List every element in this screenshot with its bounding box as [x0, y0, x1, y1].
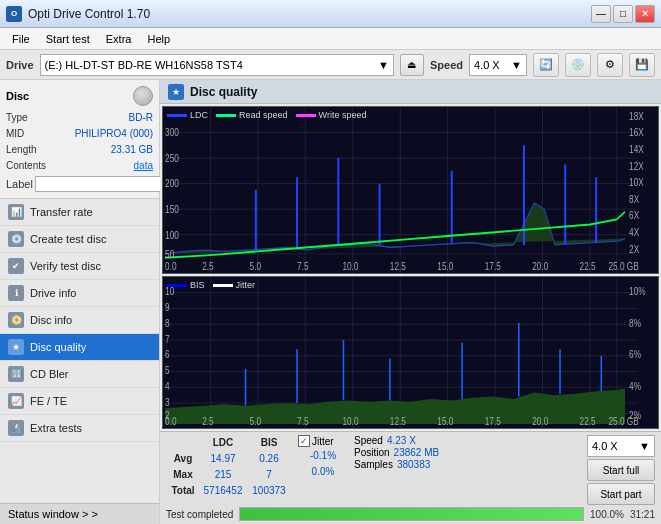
sidebar-item-disc-info[interactable]: 📀 Disc info: [0, 307, 159, 334]
drive-bar: Drive (E:) HL-DT-ST BD-RE WH16NS58 TST4 …: [0, 50, 661, 80]
svg-text:9: 9: [165, 301, 170, 313]
svg-text:10.0: 10.0: [342, 262, 358, 273]
menu-start-test[interactable]: Start test: [38, 31, 98, 47]
start-part-button[interactable]: Start part: [587, 483, 655, 505]
window-controls: — □ ✕: [591, 5, 655, 23]
svg-text:25.0 GB: 25.0 GB: [609, 262, 639, 273]
legend-jitter-label: Jitter: [236, 280, 256, 290]
sidebar-item-drive-info[interactable]: ℹ Drive info: [0, 280, 159, 307]
disc-quality-icon-header: ★: [168, 84, 184, 100]
svg-text:200: 200: [165, 179, 179, 190]
svg-text:5.0: 5.0: [250, 262, 261, 273]
disc-length-label: Length: [6, 142, 37, 158]
stats-avg-jitter: -0.1%: [298, 448, 348, 464]
svg-text:6X: 6X: [629, 211, 639, 222]
progress-row: Test completed 100.0% 31:21: [166, 507, 655, 521]
progress-percent: 100.0%: [590, 509, 624, 520]
svg-text:20.0: 20.0: [532, 262, 548, 273]
drive-select[interactable]: (E:) HL-DT-ST BD-RE WH16NS58 TST4 ▼: [40, 54, 394, 76]
bottom-bar: LDC BIS Avg 14.97 0.26 Max 215 7 Total 5…: [160, 431, 661, 524]
svg-text:10X: 10X: [629, 177, 644, 188]
progress-time: 31:21: [630, 509, 655, 520]
cd-bler-icon: 🔢: [8, 366, 24, 382]
svg-text:15.0: 15.0: [437, 262, 453, 273]
legend-write-speed: Write speed: [296, 110, 367, 120]
sidebar-item-fe-te[interactable]: 📈 FE / TE: [0, 388, 159, 415]
disc-label-input[interactable]: [35, 176, 164, 192]
disc-mid-value: PHILIPRO4 (000): [75, 126, 153, 142]
svg-text:8: 8: [165, 317, 170, 329]
speed-select[interactable]: 4.0 X ▼: [469, 54, 527, 76]
svg-text:5.0: 5.0: [250, 415, 261, 427]
disc-quality-icon: ★: [8, 339, 24, 355]
save-button[interactable]: 💾: [629, 53, 655, 77]
legend-ldc-label: LDC: [190, 110, 208, 120]
svg-text:6%: 6%: [629, 348, 641, 360]
charts-container: LDC Read speed Write speed: [160, 104, 661, 431]
stats-total-ldc: 5716452: [200, 483, 246, 499]
app-title: Opti Drive Control 1.70: [28, 7, 150, 21]
stats-ldc-header: LDC: [200, 435, 246, 451]
title-bar: O Opti Drive Control 1.70 — □ ✕: [0, 0, 661, 28]
svg-text:20.0: 20.0: [532, 415, 548, 427]
disc-section-title: Disc: [6, 90, 29, 102]
svg-text:7.5: 7.5: [297, 415, 308, 427]
svg-text:25.0 GB: 25.0 GB: [609, 415, 639, 427]
sidebar-item-verify-test-disc[interactable]: ✔ Verify test disc: [0, 253, 159, 280]
disc-button[interactable]: 💿: [565, 53, 591, 77]
drive-info-icon: ℹ: [8, 285, 24, 301]
close-button[interactable]: ✕: [635, 5, 655, 23]
drive-label: Drive: [6, 59, 34, 71]
status-window-toggle[interactable]: Status window > >: [0, 503, 159, 524]
chart1-svg: 300 250 200 150 100 50 18X 16X 14X 12X 1…: [163, 107, 658, 273]
sidebar-item-extra-tests[interactable]: 🔬 Extra tests: [0, 415, 159, 442]
sidebar-label-fe-te: FE / TE: [30, 395, 67, 407]
progress-bar-container: [239, 507, 584, 521]
settings-button[interactable]: ⚙: [597, 53, 623, 77]
position-value: 23862 MB: [394, 447, 440, 458]
svg-text:22.5: 22.5: [580, 262, 596, 273]
sidebar-item-transfer-rate[interactable]: 📊 Transfer rate: [0, 199, 159, 226]
disc-quality-title: Disc quality: [190, 85, 257, 99]
menu-extra[interactable]: Extra: [98, 31, 140, 47]
minimize-button[interactable]: —: [591, 5, 611, 23]
legend-jitter: Jitter: [213, 280, 256, 290]
stats-avg-label: Avg: [166, 451, 200, 467]
jitter-legend-color: [213, 284, 233, 287]
speed-stat-value: 4.23 X: [387, 435, 416, 446]
stats-speed-combo[interactable]: 4.0 X ▼: [587, 435, 655, 457]
svg-marker-16: [165, 203, 625, 254]
svg-text:2.5: 2.5: [202, 415, 213, 427]
menu-file[interactable]: File: [4, 31, 38, 47]
sidebar-item-create-test-disc[interactable]: 💿 Create test disc: [0, 226, 159, 253]
eject-button[interactable]: ⏏: [400, 54, 424, 76]
status-window-label: Status window > >: [8, 508, 98, 520]
svg-text:4: 4: [165, 380, 170, 392]
refresh-button[interactable]: 🔄: [533, 53, 559, 77]
legend-read-speed: Read speed: [216, 110, 288, 120]
sidebar-label-disc-quality: Disc quality: [30, 341, 86, 353]
stats-speed-combo-value: 4.0 X: [592, 440, 618, 452]
legend-bis: BIS: [167, 280, 205, 290]
jitter-header-row: ✓ Jitter: [298, 435, 348, 447]
sidebar-item-disc-quality[interactable]: ★ Disc quality: [0, 334, 159, 361]
disc-label-label: Label: [6, 178, 33, 190]
stats-avg-ldc: 14.97: [200, 451, 246, 467]
maximize-button[interactable]: □: [613, 5, 633, 23]
jitter-checkbox[interactable]: ✓: [298, 435, 310, 447]
svg-text:17.5: 17.5: [485, 415, 501, 427]
disc-contents-value[interactable]: data: [134, 158, 153, 174]
svg-text:250: 250: [165, 153, 179, 164]
svg-text:6: 6: [165, 348, 170, 360]
speed-label: Speed: [430, 59, 463, 71]
drive-value: (E:) HL-DT-ST BD-RE WH16NS58 TST4: [45, 59, 243, 71]
svg-text:12.5: 12.5: [390, 262, 406, 273]
speed-value: 4.0 X: [474, 59, 500, 71]
svg-text:8X: 8X: [629, 194, 639, 205]
sidebar-item-cd-bler[interactable]: 🔢 CD Bler: [0, 361, 159, 388]
content-area: ★ Disc quality LDC Read speed: [160, 80, 661, 524]
start-full-button[interactable]: Start full: [587, 459, 655, 481]
write-speed-legend-color: [296, 114, 316, 117]
disc-quality-header: ★ Disc quality: [160, 80, 661, 104]
menu-help[interactable]: Help: [139, 31, 178, 47]
